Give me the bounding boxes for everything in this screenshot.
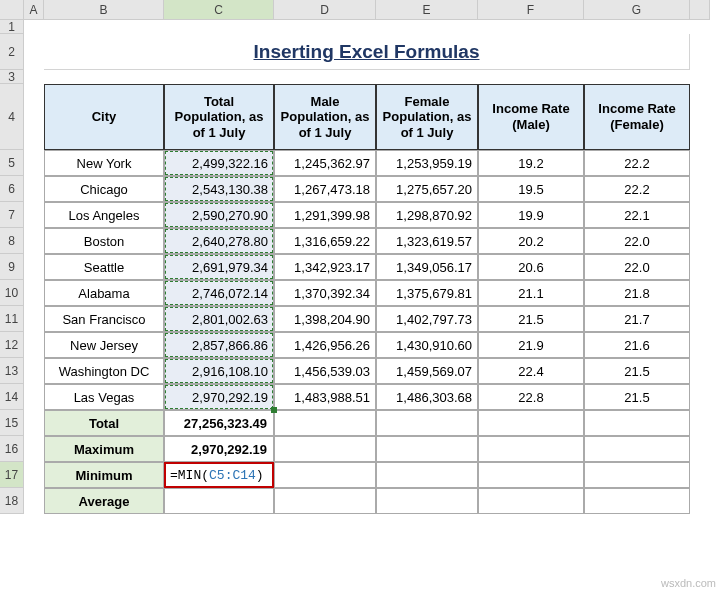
cell-female[interactable]: 1,253,959.19 <box>376 150 478 176</box>
empty-cell[interactable] <box>478 436 584 462</box>
col-header-F[interactable]: F <box>478 0 584 20</box>
cell-total[interactable]: 2,691,979.34 <box>164 254 274 280</box>
cell-income-female[interactable]: 21.7 <box>584 306 690 332</box>
cell-female[interactable]: 1,349,056.17 <box>376 254 478 280</box>
header-total-pop[interactable]: Total Population, as of 1 July <box>164 84 274 150</box>
summary-label-min_label[interactable]: Minimum <box>44 462 164 488</box>
row-header-12[interactable]: 12 <box>0 332 24 358</box>
empty-cell[interactable] <box>584 436 690 462</box>
summary-label-max_label[interactable]: Maximum <box>44 436 164 462</box>
cell-city[interactable]: Los Angeles <box>44 202 164 228</box>
summary-value[interactable]: 27,256,323.49 <box>164 410 274 436</box>
cell-female[interactable]: 1,430,910.60 <box>376 332 478 358</box>
empty-cell[interactable] <box>584 488 690 514</box>
cell-city[interactable]: Seattle <box>44 254 164 280</box>
cell-male[interactable]: 1,370,392.34 <box>274 280 376 306</box>
cell-income-male[interactable]: 19.2 <box>478 150 584 176</box>
cell-income-female[interactable]: 22.1 <box>584 202 690 228</box>
cell-city[interactable]: New Jersey <box>44 332 164 358</box>
cell-male[interactable]: 1,483,988.51 <box>274 384 376 410</box>
summary-label-avg_label[interactable]: Average <box>44 488 164 514</box>
row-header-5[interactable]: 5 <box>0 150 24 176</box>
cell-male[interactable]: 1,426,956.26 <box>274 332 376 358</box>
cell-male[interactable]: 1,456,539.03 <box>274 358 376 384</box>
cell-city[interactable]: New York <box>44 150 164 176</box>
cell-income-female[interactable]: 21.5 <box>584 358 690 384</box>
row-header-9[interactable]: 9 <box>0 254 24 280</box>
cell-income-male[interactable]: 21.9 <box>478 332 584 358</box>
col-header-E[interactable]: E <box>376 0 478 20</box>
header-income-male[interactable]: Income Rate (Male) <box>478 84 584 150</box>
cell-male[interactable]: 1,342,923.17 <box>274 254 376 280</box>
cell-female[interactable]: 1,323,619.57 <box>376 228 478 254</box>
header-income-female[interactable]: Income Rate (Female) <box>584 84 690 150</box>
cell-female[interactable]: 1,298,870.92 <box>376 202 478 228</box>
row-header-11[interactable]: 11 <box>0 306 24 332</box>
cell-city[interactable]: Boston <box>44 228 164 254</box>
col-header-D[interactable]: D <box>274 0 376 20</box>
empty-cell[interactable] <box>478 410 584 436</box>
cell-income-male[interactable]: 19.5 <box>478 176 584 202</box>
cell-city[interactable]: Las Vegas <box>44 384 164 410</box>
cell-income-male[interactable]: 20.6 <box>478 254 584 280</box>
row-header-15[interactable]: 15 <box>0 410 24 436</box>
col-header-A[interactable]: A <box>24 0 44 20</box>
empty-cell[interactable] <box>376 488 478 514</box>
cell-female[interactable]: 1,459,569.07 <box>376 358 478 384</box>
cell-city[interactable]: Chicago <box>44 176 164 202</box>
cell-income-male[interactable]: 22.8 <box>478 384 584 410</box>
cell-total[interactable]: 2,543,130.38 <box>164 176 274 202</box>
empty-cell[interactable] <box>274 410 376 436</box>
cell-total[interactable]: 2,970,292.19 <box>164 384 274 410</box>
empty-cell[interactable] <box>584 410 690 436</box>
cell-income-male[interactable]: 21.5 <box>478 306 584 332</box>
select-all-corner[interactable] <box>0 0 24 20</box>
formula-input-cell[interactable]: =MIN(C5:C14) <box>164 462 274 488</box>
col-header-G[interactable]: G <box>584 0 690 20</box>
empty-cell[interactable] <box>584 462 690 488</box>
cell-income-male[interactable]: 22.4 <box>478 358 584 384</box>
summary-value[interactable] <box>164 488 274 514</box>
cell-male[interactable]: 1,398,204.90 <box>274 306 376 332</box>
row-header-3[interactable]: 3 <box>0 70 24 84</box>
cell-total[interactable]: 2,590,270.90 <box>164 202 274 228</box>
header-male-pop[interactable]: Male Population, as of 1 July <box>274 84 376 150</box>
cell-city[interactable]: Alabama <box>44 280 164 306</box>
empty-cell[interactable] <box>376 410 478 436</box>
cell-income-female[interactable]: 22.0 <box>584 228 690 254</box>
row-header-13[interactable]: 13 <box>0 358 24 384</box>
row-header-16[interactable]: 16 <box>0 436 24 462</box>
cell-female[interactable]: 1,486,303.68 <box>376 384 478 410</box>
cell-income-female[interactable]: 21.5 <box>584 384 690 410</box>
cell-total[interactable]: 2,916,108.10 <box>164 358 274 384</box>
cell-income-male[interactable]: 20.2 <box>478 228 584 254</box>
cell-city[interactable]: Washington DC <box>44 358 164 384</box>
cell-income-female[interactable]: 22.2 <box>584 176 690 202</box>
row-header-18[interactable]: 18 <box>0 488 24 514</box>
header-female-pop[interactable]: Female Population, as of 1 July <box>376 84 478 150</box>
row-header-10[interactable]: 10 <box>0 280 24 306</box>
cell-female[interactable]: 1,375,679.81 <box>376 280 478 306</box>
summary-label-total_label[interactable]: Total <box>44 410 164 436</box>
cell-income-female[interactable]: 22.2 <box>584 150 690 176</box>
row-header-17[interactable]: 17 <box>0 462 24 488</box>
empty-cell[interactable] <box>274 462 376 488</box>
cell-total[interactable]: 2,640,278.80 <box>164 228 274 254</box>
empty-cell[interactable] <box>376 436 478 462</box>
cell-male[interactable]: 1,316,659.22 <box>274 228 376 254</box>
summary-value[interactable]: 2,970,292.19 <box>164 436 274 462</box>
row-header-2[interactable]: 2 <box>0 34 24 70</box>
cell-total[interactable]: 2,746,072.14 <box>164 280 274 306</box>
cell-income-male[interactable]: 19.9 <box>478 202 584 228</box>
empty-cell[interactable] <box>478 488 584 514</box>
cell-male[interactable]: 1,267,473.18 <box>274 176 376 202</box>
cell-total[interactable]: 2,857,866.86 <box>164 332 274 358</box>
cell-male[interactable]: 1,245,362.97 <box>274 150 376 176</box>
row-header-14[interactable]: 14 <box>0 384 24 410</box>
col-header-B[interactable]: B <box>44 0 164 20</box>
cell-female[interactable]: 1,275,657.20 <box>376 176 478 202</box>
cell-total[interactable]: 2,801,002.63 <box>164 306 274 332</box>
empty-cell[interactable] <box>274 488 376 514</box>
cell-male[interactable]: 1,291,399.98 <box>274 202 376 228</box>
cell-city[interactable]: San Francisco <box>44 306 164 332</box>
